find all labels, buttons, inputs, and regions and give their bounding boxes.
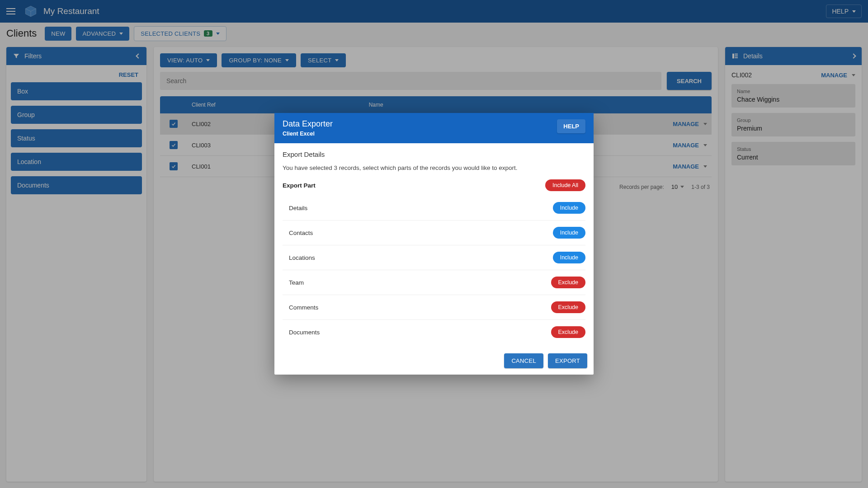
export-button[interactable]: EXPORT — [548, 353, 587, 368]
export-part-toggle[interactable]: Include — [553, 202, 585, 214]
cancel-button[interactable]: CANCEL — [504, 353, 543, 368]
export-part-label: Locations — [289, 254, 315, 261]
export-part-row: DetailsInclude — [283, 196, 585, 221]
export-part-toggle[interactable]: Exclude — [551, 326, 585, 338]
modal-header: Data Exporter Client Excel HELP — [274, 113, 594, 143]
export-part-row: CommentsExclude — [283, 295, 585, 320]
export-part-label: Documents — [289, 329, 320, 336]
export-part-row: DocumentsExclude — [283, 320, 585, 344]
include-all-toggle[interactable]: Include All — [545, 179, 585, 191]
export-part-row: LocationsInclude — [283, 245, 585, 270]
export-details-heading: Export Details — [283, 150, 585, 158]
export-description: You have selected 3 records, select whic… — [283, 164, 585, 171]
export-part-toggle[interactable]: Include — [553, 252, 585, 263]
export-part-row: TeamExclude — [283, 270, 585, 295]
export-part-label: Details — [289, 205, 307, 211]
export-part-label: Team — [289, 279, 304, 286]
data-exporter-modal: Data Exporter Client Excel HELP Export D… — [274, 113, 594, 375]
export-part-toggle[interactable]: Exclude — [551, 301, 585, 313]
export-part-label: Comments — [289, 304, 318, 311]
modal-subtitle: Client Excel — [283, 131, 557, 137]
modal-scrim[interactable]: Data Exporter Client Excel HELP Export D… — [0, 0, 868, 488]
export-part-label: Contacts — [289, 230, 313, 236]
export-part-row: ContactsInclude — [283, 221, 585, 245]
export-part-toggle[interactable]: Exclude — [551, 277, 585, 288]
export-part-heading: Export Part — [283, 182, 316, 189]
modal-help-button[interactable]: HELP — [557, 119, 585, 133]
modal-title: Data Exporter — [283, 119, 557, 129]
export-part-toggle[interactable]: Include — [553, 227, 585, 239]
